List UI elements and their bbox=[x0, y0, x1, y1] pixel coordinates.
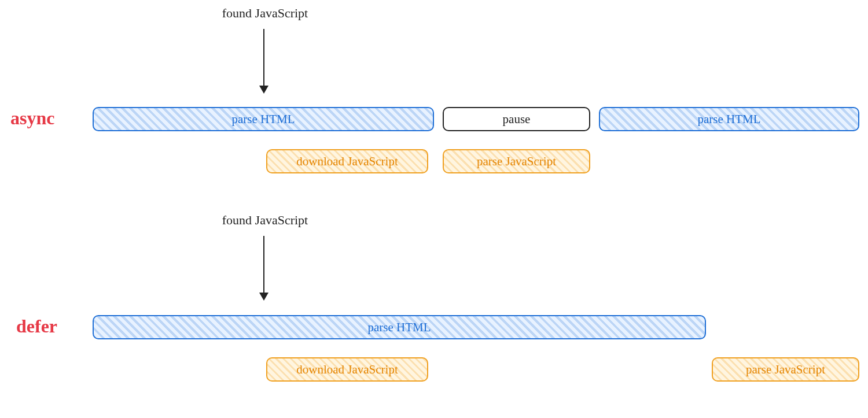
async-parse-js: parse JavaScript bbox=[443, 149, 590, 173]
async-parse-html-2: parse HTML bbox=[599, 107, 859, 131]
async-parse-html-1: parse HTML bbox=[93, 107, 434, 131]
defer-download-js: download JavaScript bbox=[266, 357, 428, 382]
label-defer: defer bbox=[16, 316, 57, 337]
async-download-js: download JavaScript bbox=[266, 149, 428, 173]
annotation-found-js-async: found JavaScript bbox=[207, 6, 323, 21]
script-load-diagram: found JavaScript async parse HTML pause … bbox=[0, 0, 868, 418]
defer-parse-js: parse JavaScript bbox=[712, 357, 859, 382]
async-pause: pause bbox=[443, 107, 590, 131]
arrow-async bbox=[263, 29, 264, 93]
label-async: async bbox=[10, 108, 54, 129]
annotation-found-js-defer: found JavaScript bbox=[207, 213, 323, 228]
defer-parse-html: parse HTML bbox=[93, 315, 706, 339]
arrow-defer bbox=[263, 236, 264, 299]
